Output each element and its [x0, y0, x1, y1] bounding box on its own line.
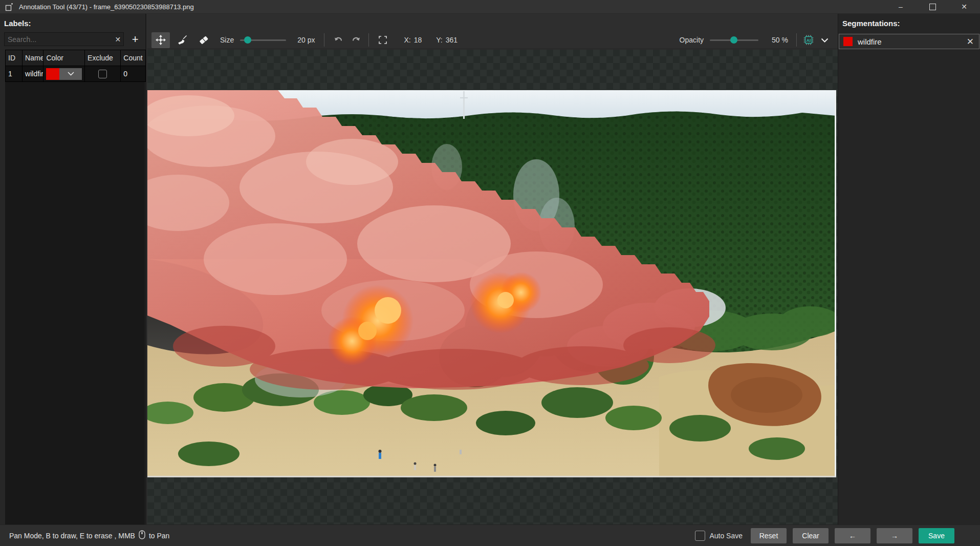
opacity-value: 50 %	[772, 36, 788, 44]
brush-icon	[177, 34, 188, 46]
fit-view-button[interactable]	[375, 32, 390, 48]
status-hint: Pan Mode, B to draw, E to erase , MMB to…	[9, 530, 169, 541]
undo-button[interactable]	[331, 32, 346, 48]
minimize-button[interactable]: –	[885, 0, 917, 13]
mouse-icon	[139, 530, 145, 541]
size-value: 20 px	[297, 36, 315, 44]
opacity-slider[interactable]	[710, 36, 758, 44]
chevron-down-icon	[59, 68, 82, 80]
pan-tool-button[interactable]	[151, 32, 170, 48]
label-search-input[interactable]	[5, 35, 112, 44]
pan-icon	[155, 34, 166, 46]
auto-save-label: Auto Save	[709, 532, 743, 540]
save-button[interactable]: Save	[919, 528, 954, 543]
labels-table-header: ID Name Color Exclude Count	[6, 50, 146, 66]
eraser-icon	[198, 34, 209, 46]
remove-segmentation-icon[interactable]: ✕	[967, 36, 974, 47]
cursor-coordinates: X: 18 Y: 361	[404, 36, 461, 44]
toolbar-separator	[368, 33, 369, 47]
annotated-image[interactable]	[147, 90, 836, 477]
label-search-box: ✕	[4, 32, 124, 46]
ai-assist-button[interactable]: AI	[801, 32, 816, 48]
segmentations-panel: Segmentations: wildfire ✕	[838, 14, 980, 524]
clear-button[interactable]: Clear	[793, 528, 829, 543]
redo-button[interactable]	[348, 32, 363, 48]
ai-dropdown-button[interactable]	[816, 32, 833, 48]
color-dropdown[interactable]	[46, 68, 82, 80]
ai-chip-icon: AI	[803, 34, 814, 46]
brush-size-slider[interactable]	[240, 36, 286, 44]
label-count-cell: 0	[121, 66, 146, 82]
segmentation-color-swatch	[843, 37, 853, 46]
segmentation-list-item[interactable]: wildfire ✕	[839, 34, 979, 49]
label-id-cell: 1	[6, 66, 23, 82]
svg-text:AI: AI	[807, 38, 811, 43]
x-label: X:	[404, 36, 410, 44]
app-icon	[5, 3, 14, 11]
labels-search-row: ✕ +	[4, 32, 143, 47]
status-hint-suffix: to Pan	[149, 532, 169, 540]
redo-icon	[351, 36, 361, 44]
status-hint-prefix: Pan Mode, B to draw, E to erase , MMB	[9, 532, 135, 540]
bottom-actions: Auto Save Reset Clear ← → Save	[695, 528, 954, 543]
add-label-button[interactable]: +	[127, 32, 143, 47]
next-frame-button[interactable]: →	[877, 528, 912, 543]
segmentation-label: wildfire	[858, 37, 882, 46]
y-value: 361	[446, 36, 458, 44]
labels-panel: Labels: ✕ + ID Name Color Exclude Count	[0, 14, 146, 524]
size-label: Size	[220, 36, 234, 44]
header-color: Color	[43, 50, 85, 66]
x-value: 18	[414, 36, 422, 44]
annotation-tool-window: Annotation Tool (43/71) - frame_63905023…	[0, 0, 980, 546]
maximize-button[interactable]	[917, 0, 948, 13]
annotation-canvas[interactable]	[147, 50, 838, 524]
photo-right-edge	[835, 90, 836, 477]
y-label: Y:	[436, 36, 442, 44]
undo-icon	[334, 36, 343, 44]
header-count: Count	[121, 50, 146, 66]
table-row[interactable]: 1 wildfire 0	[6, 66, 146, 82]
label-color-cell	[43, 66, 85, 82]
previous-frame-button[interactable]: ←	[835, 528, 870, 543]
toolbar-separator	[324, 33, 324, 47]
opacity-slider-handle[interactable]	[730, 36, 737, 44]
size-slider-handle[interactable]	[244, 36, 251, 44]
photo-bottom-edge	[147, 476, 836, 477]
labels-table-area: ID Name Color Exclude Count 1 wildfire	[5, 50, 145, 524]
label-name-cell[interactable]: wildfire	[23, 66, 43, 82]
search-clear-icon[interactable]: ✕	[112, 35, 123, 44]
toolbar: Size 20 px X: 18 Y:	[147, 31, 838, 49]
labels-heading: Labels:	[0, 14, 145, 28]
title-bar: Annotation Tool (43/71) - frame_63905023…	[0, 0, 980, 14]
brush-tool-button[interactable]	[173, 32, 191, 48]
chevron-down-icon	[821, 38, 829, 43]
close-button[interactable]: ✕	[948, 0, 980, 13]
header-id: ID	[6, 50, 23, 66]
exclude-checkbox[interactable]	[98, 70, 107, 78]
status-bar: Pan Mode, B to draw, E to erase , MMB to…	[0, 524, 980, 546]
reset-button[interactable]: Reset	[751, 528, 787, 543]
fit-view-icon	[378, 35, 387, 45]
opacity-label: Opacity	[680, 36, 704, 44]
window-title: Annotation Tool (43/71) - frame_63905023…	[19, 3, 194, 11]
segmentations-heading: Segmentations:	[838, 14, 980, 28]
eraser-tool-button[interactable]	[194, 32, 213, 48]
toolbar-separator	[796, 33, 797, 47]
auto-save-checkbox[interactable]	[695, 531, 705, 541]
maximize-icon	[929, 4, 936, 10]
label-exclude-cell	[85, 66, 121, 82]
opacity-controls: Opacity 50 % AI	[680, 32, 838, 48]
header-exclude: Exclude	[85, 50, 121, 66]
auto-save-control: Auto Save	[695, 531, 743, 541]
window-controls: – ✕	[885, 0, 980, 13]
labels-table: ID Name Color Exclude Count 1 wildfire	[5, 50, 146, 82]
header-name: Name	[23, 50, 43, 66]
color-swatch	[46, 68, 59, 80]
